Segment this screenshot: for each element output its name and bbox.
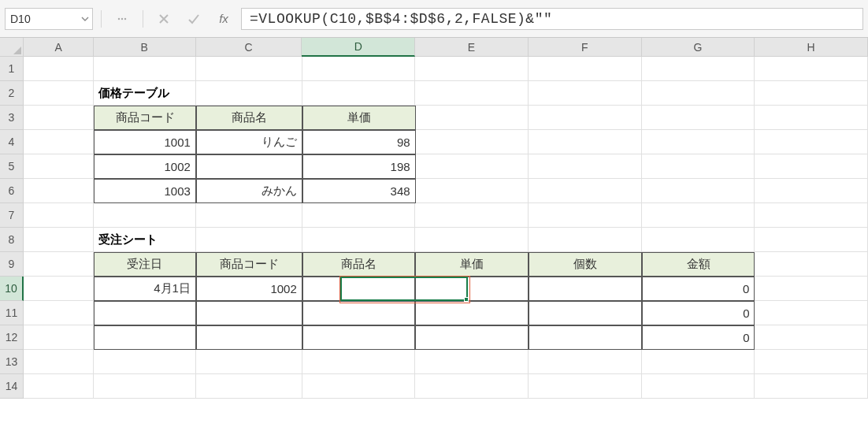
cell-H10[interactable] xyxy=(755,277,868,301)
name-box[interactable]: D10 xyxy=(5,8,93,30)
row-header-11[interactable]: 11 xyxy=(0,301,24,325)
chevron-down-icon[interactable] xyxy=(78,15,92,23)
cell-A4[interactable] xyxy=(24,130,94,154)
cell-E6[interactable] xyxy=(416,179,529,203)
cell-C7[interactable] xyxy=(196,203,302,228)
col-header-F[interactable]: F xyxy=(529,38,642,57)
col-header-C[interactable]: C xyxy=(196,38,302,57)
cell-G10[interactable]: 0 xyxy=(642,277,755,301)
cell-A7[interactable] xyxy=(24,203,94,228)
cell-B3[interactable]: 商品コード xyxy=(94,106,196,130)
cell-E1[interactable] xyxy=(415,57,529,81)
cell-A10[interactable] xyxy=(24,277,94,301)
cell-C5[interactable] xyxy=(196,154,302,179)
cell-F9[interactable]: 個数 xyxy=(529,252,642,277)
cell-C8[interactable] xyxy=(196,228,302,252)
cell-F14[interactable] xyxy=(529,374,642,399)
cell-C2[interactable] xyxy=(196,81,302,106)
cell-G14[interactable] xyxy=(642,374,755,399)
cell-C9[interactable]: 商品コード xyxy=(196,252,302,277)
cell-D14[interactable] xyxy=(302,374,416,399)
cell-F13[interactable] xyxy=(529,350,642,374)
row-header-12[interactable]: 12 xyxy=(0,325,24,350)
row-header-13[interactable]: 13 xyxy=(0,350,24,374)
row-header-8[interactable]: 8 xyxy=(0,228,24,252)
col-header-B[interactable]: B xyxy=(94,38,196,57)
cell-B5[interactable]: 1002 xyxy=(94,154,196,179)
select-all-corner[interactable] xyxy=(0,38,24,57)
row-header-1[interactable]: 1 xyxy=(0,57,24,81)
row-header-6[interactable]: 6 xyxy=(0,179,24,203)
cell-D12[interactable] xyxy=(302,325,416,350)
cell-C10[interactable]: 1002 xyxy=(196,277,302,301)
cell-G5[interactable] xyxy=(642,154,755,179)
cell-G1[interactable] xyxy=(642,57,755,81)
cell-D6[interactable]: 348 xyxy=(302,179,416,203)
cell-G9[interactable]: 金額 xyxy=(642,252,755,277)
cell-H14[interactable] xyxy=(755,374,868,399)
cell-G3[interactable] xyxy=(642,106,755,130)
cell-E8[interactable] xyxy=(415,228,529,252)
col-header-H[interactable]: H xyxy=(755,38,868,57)
cell-E9[interactable]: 単価 xyxy=(415,252,529,277)
cell-C4[interactable]: りんご xyxy=(196,130,302,154)
cell-F6[interactable] xyxy=(529,179,642,203)
row-header-9[interactable]: 9 xyxy=(0,252,24,277)
more-icon[interactable] xyxy=(109,8,135,30)
cell-G4[interactable] xyxy=(642,130,755,154)
cell-D4[interactable]: 98 xyxy=(302,130,416,154)
cell-C3[interactable]: 商品名 xyxy=(196,106,302,130)
cell-E10[interactable] xyxy=(415,277,529,301)
cell-A2[interactable] xyxy=(24,81,94,106)
col-header-E[interactable]: E xyxy=(415,38,529,57)
cell-B12[interactable] xyxy=(94,325,196,350)
cell-A11[interactable] xyxy=(24,301,94,325)
cell-C1[interactable] xyxy=(196,57,302,81)
enter-icon[interactable] xyxy=(181,8,206,30)
cell-F2[interactable] xyxy=(529,81,642,106)
row-header-14[interactable]: 14 xyxy=(0,374,24,399)
cell-D11[interactable] xyxy=(302,301,416,325)
cell-H11[interactable] xyxy=(755,301,868,325)
cell-E4[interactable] xyxy=(416,130,529,154)
cell-B10[interactable]: 4月1日 xyxy=(94,277,196,301)
cell-E11[interactable] xyxy=(415,301,529,325)
cell-E13[interactable] xyxy=(415,350,529,374)
cell-E7[interactable] xyxy=(415,203,529,228)
cell-H3[interactable] xyxy=(755,106,868,130)
cell-G8[interactable] xyxy=(642,228,755,252)
row-header-2[interactable]: 2 xyxy=(0,81,24,106)
col-header-A[interactable]: A xyxy=(24,38,94,57)
cell-A13[interactable] xyxy=(24,350,94,374)
cell-F11[interactable] xyxy=(529,301,642,325)
cell-A1[interactable] xyxy=(24,57,94,81)
cell-D9[interactable]: 商品名 xyxy=(302,252,416,277)
cell-C14[interactable] xyxy=(196,374,302,399)
cell-F8[interactable] xyxy=(529,228,642,252)
cell-A14[interactable] xyxy=(24,374,94,399)
cell-B13[interactable] xyxy=(94,350,196,374)
cell-F5[interactable] xyxy=(529,154,642,179)
grid-body[interactable]: 1 2 価格テーブル 3 商品コード 商品名 xyxy=(0,57,868,399)
row-header-3[interactable]: 3 xyxy=(0,106,24,130)
cell-B9[interactable]: 受注日 xyxy=(94,252,196,277)
cell-G12[interactable]: 0 xyxy=(642,325,755,350)
cell-D13[interactable] xyxy=(302,350,416,374)
cell-E3[interactable] xyxy=(416,106,529,130)
cell-G6[interactable] xyxy=(642,179,755,203)
col-header-D[interactable]: D xyxy=(302,38,415,57)
cell-F4[interactable] xyxy=(529,130,642,154)
cell-B6[interactable]: 1003 xyxy=(94,179,196,203)
cell-A9[interactable] xyxy=(24,252,94,277)
col-header-G[interactable]: G xyxy=(642,38,755,57)
cell-D7[interactable] xyxy=(302,203,416,228)
cell-F10[interactable] xyxy=(529,277,642,301)
cell-G7[interactable] xyxy=(642,203,755,228)
formula-input[interactable]: =VLOOKUP(C10,$B$4:$D$6,2,FALSE)&"" xyxy=(241,8,863,30)
cell-C6[interactable]: みかん xyxy=(196,179,302,203)
cell-A5[interactable] xyxy=(24,154,94,179)
cell-B14[interactable] xyxy=(94,374,196,399)
cell-D2[interactable] xyxy=(302,81,416,106)
cell-F3[interactable] xyxy=(529,106,642,130)
cell-H2[interactable] xyxy=(755,81,868,106)
